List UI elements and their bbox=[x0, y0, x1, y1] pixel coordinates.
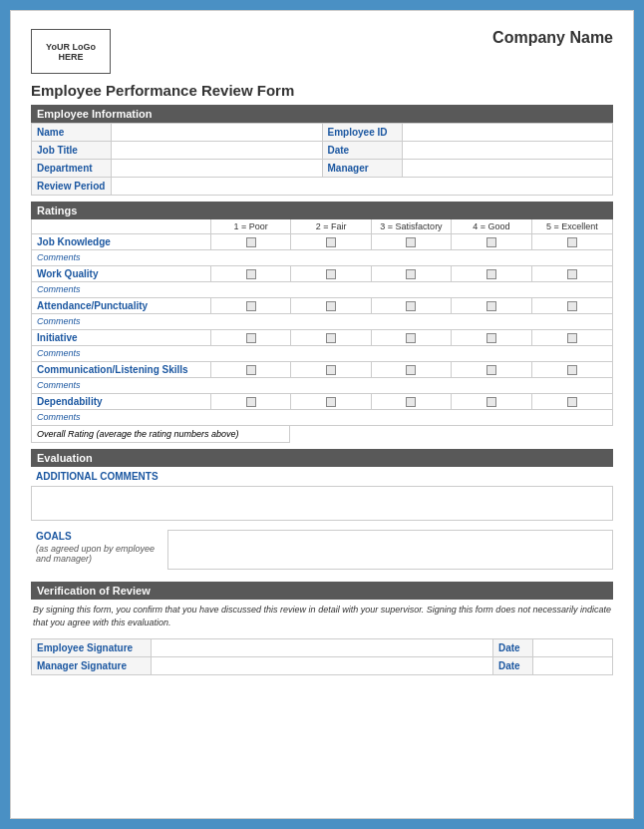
checkbox-icon[interactable] bbox=[486, 269, 496, 279]
scale-2: 2 = Fair bbox=[291, 219, 371, 233]
ini-cb4[interactable] bbox=[452, 330, 531, 345]
dep-cb2[interactable] bbox=[291, 394, 371, 409]
checkbox-icon[interactable] bbox=[567, 397, 577, 407]
goals-box[interactable] bbox=[167, 530, 613, 570]
additional-comments-box[interactable] bbox=[31, 486, 613, 521]
com-comments[interactable]: Comments bbox=[31, 378, 613, 394]
com-cb5[interactable] bbox=[532, 362, 612, 377]
dep-cb5[interactable] bbox=[532, 394, 612, 409]
page: YoUR LoGo HERE Company Name Employee Per… bbox=[10, 10, 634, 819]
ap-cb1[interactable] bbox=[211, 298, 291, 313]
dep-cb1[interactable] bbox=[211, 394, 291, 409]
dep-comments[interactable]: Comments bbox=[31, 410, 613, 426]
rating-row-communication: Communication/Listening Skills bbox=[31, 362, 613, 378]
jk-cb5[interactable] bbox=[532, 234, 612, 249]
wq-comments[interactable]: Comments bbox=[31, 282, 613, 298]
com-cb4[interactable] bbox=[452, 362, 531, 377]
date-value[interactable] bbox=[402, 142, 613, 160]
additional-comments-label: ADDITIONAL COMMENTS bbox=[31, 467, 613, 484]
jk-cb2[interactable] bbox=[291, 234, 371, 249]
checkbox-icon[interactable] bbox=[486, 237, 496, 247]
checkbox-icon[interactable] bbox=[246, 301, 256, 311]
empid-value[interactable] bbox=[402, 124, 613, 142]
ap-comments[interactable]: Comments bbox=[31, 314, 613, 330]
jk-cb3[interactable] bbox=[372, 234, 452, 249]
jk-cb4[interactable] bbox=[452, 234, 531, 249]
logo-text: YoUR LoGo HERE bbox=[35, 42, 107, 62]
wq-cb1[interactable] bbox=[211, 266, 291, 281]
com-cb3[interactable] bbox=[372, 362, 452, 377]
ap-cb4[interactable] bbox=[452, 298, 531, 313]
checkbox-icon[interactable] bbox=[406, 365, 416, 375]
checkbox-icon[interactable] bbox=[246, 333, 256, 343]
com-cb2[interactable] bbox=[291, 362, 371, 377]
wq-cb2[interactable] bbox=[291, 266, 371, 281]
emp-date-value[interactable] bbox=[533, 639, 613, 657]
checkbox-icon[interactable] bbox=[486, 301, 496, 311]
checkbox-icon[interactable] bbox=[246, 365, 256, 375]
mgr-date-label: Date bbox=[493, 657, 533, 675]
wq-cb3[interactable] bbox=[372, 266, 452, 281]
ini-cb1[interactable] bbox=[211, 330, 291, 345]
ap-cb5[interactable] bbox=[532, 298, 612, 313]
checkbox-icon[interactable] bbox=[567, 365, 577, 375]
goals-area: GOALS (as agreed upon by employeeand man… bbox=[31, 527, 613, 576]
checkbox-icon[interactable] bbox=[567, 301, 577, 311]
checkbox-icon[interactable] bbox=[406, 301, 416, 311]
checkbox-icon[interactable] bbox=[246, 397, 256, 407]
jobtitle-value[interactable] bbox=[112, 142, 323, 160]
checkbox-icon[interactable] bbox=[406, 269, 416, 279]
checkbox-icon[interactable] bbox=[567, 237, 577, 247]
jk-comments[interactable]: Comments bbox=[31, 250, 613, 266]
table-row: Name Employee ID bbox=[32, 124, 613, 142]
checkbox-icon[interactable] bbox=[246, 269, 256, 279]
wq-cb4[interactable] bbox=[452, 266, 531, 281]
checkbox-icon[interactable] bbox=[406, 237, 416, 247]
ap-cb3[interactable] bbox=[372, 298, 452, 313]
ap-cb2[interactable] bbox=[291, 298, 371, 313]
review-period-value[interactable] bbox=[112, 178, 613, 196]
checkbox-icon[interactable] bbox=[406, 333, 416, 343]
overall-rating-row: Overall Rating (average the rating numbe… bbox=[31, 426, 290, 443]
employee-info-table: Name Employee ID Job Title Date Departme… bbox=[31, 123, 613, 196]
ini-cb2[interactable] bbox=[291, 330, 371, 345]
checkbox-icon[interactable] bbox=[406, 397, 416, 407]
mgr-sig-label: Manager Signature bbox=[32, 657, 152, 675]
rating-row-dependability: Dependability bbox=[31, 394, 613, 410]
dept-value[interactable] bbox=[112, 160, 323, 178]
dep-cb3[interactable] bbox=[372, 394, 452, 409]
checkbox-icon[interactable] bbox=[486, 365, 496, 375]
table-row: Review Period bbox=[32, 178, 613, 196]
checkbox-icon[interactable] bbox=[326, 397, 336, 407]
checkbox-icon[interactable] bbox=[246, 237, 256, 247]
dep-cb4[interactable] bbox=[452, 394, 531, 409]
ini-cb5[interactable] bbox=[532, 330, 612, 345]
verification-header: Verification of Review bbox=[31, 582, 613, 600]
checkbox-icon[interactable] bbox=[326, 269, 336, 279]
name-value[interactable] bbox=[112, 124, 323, 142]
emp-sig-value[interactable] bbox=[152, 639, 493, 657]
checkbox-icon[interactable] bbox=[567, 269, 577, 279]
checkbox-icon[interactable] bbox=[486, 333, 496, 343]
checkbox-icon[interactable] bbox=[326, 237, 336, 247]
checkbox-icon[interactable] bbox=[326, 301, 336, 311]
mgr-sig-value[interactable] bbox=[152, 657, 493, 675]
wq-cb5[interactable] bbox=[532, 266, 612, 281]
comm-label: Communication/Listening Skills bbox=[32, 362, 211, 377]
mgr-date-value[interactable] bbox=[533, 657, 613, 675]
emp-date-label: Date bbox=[493, 639, 533, 657]
com-cb1[interactable] bbox=[211, 362, 291, 377]
review-period-label: Review Period bbox=[32, 178, 112, 196]
ini-comments[interactable]: Comments bbox=[31, 346, 613, 362]
name-label: Name bbox=[32, 124, 112, 142]
checkbox-icon[interactable] bbox=[326, 365, 336, 375]
table-row: Job Title Date bbox=[32, 142, 613, 160]
checkbox-icon[interactable] bbox=[326, 333, 336, 343]
form-title: Employee Performance Review Form bbox=[31, 82, 613, 99]
checkbox-icon[interactable] bbox=[567, 333, 577, 343]
checkbox-icon[interactable] bbox=[486, 397, 496, 407]
manager-value[interactable] bbox=[402, 160, 613, 178]
ini-cb3[interactable] bbox=[372, 330, 452, 345]
table-row: Department Manager bbox=[32, 160, 613, 178]
jk-cb1[interactable] bbox=[211, 234, 291, 249]
